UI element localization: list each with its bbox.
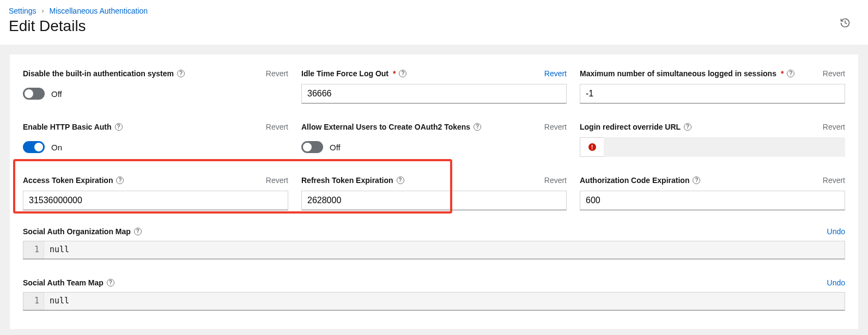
settings-card: Disable the built-in authentication syst… xyxy=(10,54,858,329)
login-redirect-input[interactable]: ! xyxy=(580,137,845,157)
field-label: Idle Time Force Log Out xyxy=(301,69,389,78)
field-label: Access Token Expiration xyxy=(23,176,113,185)
max-sessions-input[interactable] xyxy=(580,84,845,103)
field-org-map: Social Auth Organization Map ? Undo 1 nu… xyxy=(23,226,845,259)
revert-button[interactable]: Revert xyxy=(544,123,567,131)
access-token-input[interactable] xyxy=(23,191,288,210)
revert-button[interactable]: Revert xyxy=(544,176,567,185)
field-label: Social Auth Organization Map xyxy=(23,227,131,236)
revert-button[interactable]: Revert xyxy=(266,176,288,185)
field-label: Authorization Code Expiration xyxy=(580,176,689,185)
field-access-token: Access Token Expiration ? Revert xyxy=(23,174,288,210)
field-label: Refresh Token Expiration xyxy=(301,176,393,185)
help-icon[interactable]: ? xyxy=(684,123,691,131)
help-icon[interactable]: ? xyxy=(116,176,124,184)
warning-icon: ! xyxy=(588,143,596,151)
field-label: Social Auth Team Map xyxy=(23,278,104,287)
help-icon[interactable]: ? xyxy=(787,70,794,77)
revert-button[interactable]: Revert xyxy=(266,69,288,78)
page-title: Edit Details xyxy=(9,17,859,35)
field-auth-code: Authorization Code Expiration ? Revert xyxy=(580,174,845,210)
revert-button[interactable]: Revert xyxy=(823,69,845,78)
undo-button[interactable]: Undo xyxy=(827,227,845,236)
toggle-disable-auth[interactable] xyxy=(23,88,45,100)
toggle-state: On xyxy=(51,143,62,152)
help-icon[interactable]: ? xyxy=(397,176,404,184)
help-icon[interactable]: ? xyxy=(107,279,114,287)
required-icon: * xyxy=(393,69,396,78)
refresh-token-input[interactable] xyxy=(301,191,567,210)
team-map-editor[interactable]: 1 null xyxy=(23,292,845,310)
code-body[interactable]: null xyxy=(44,241,845,259)
field-max-sessions: Maximum number of simultaneous logged in… xyxy=(580,68,845,103)
field-label: Enable HTTP Basic Auth xyxy=(23,123,112,131)
field-label: Disable the built-in authentication syst… xyxy=(23,69,174,78)
required-icon: * xyxy=(781,69,784,78)
breadcrumb-settings[interactable]: Settings xyxy=(9,7,37,15)
breadcrumb: Settings › Miscellaneous Authentication xyxy=(9,7,859,15)
history-icon xyxy=(840,17,851,28)
field-disable-builtin-auth: Disable the built-in authentication syst… xyxy=(23,68,288,103)
field-team-map: Social Auth Team Map ? Undo 1 null xyxy=(23,277,845,310)
field-label: Login redirect override URL xyxy=(580,123,681,131)
field-label: Maximum number of simultaneous logged in… xyxy=(580,69,776,78)
revert-button[interactable]: Revert xyxy=(266,123,288,131)
revert-button[interactable]: Revert xyxy=(823,123,845,131)
help-icon[interactable]: ? xyxy=(399,70,406,77)
revert-button[interactable]: Revert xyxy=(544,69,567,78)
toggle-allow-external[interactable] xyxy=(301,141,323,153)
toggle-state: Off xyxy=(330,143,341,152)
revert-button[interactable]: Revert xyxy=(823,176,845,185)
field-allow-external: Allow External Users to Create OAuth2 To… xyxy=(301,121,567,157)
field-idle-time: Idle Time Force Log Out * ? Revert xyxy=(301,68,567,103)
page-header: Settings › Miscellaneous Authentication … xyxy=(0,0,868,45)
field-label: Allow External Users to Create OAuth2 To… xyxy=(301,123,470,131)
code-gutter: 1 xyxy=(23,241,44,259)
history-button[interactable] xyxy=(839,16,852,29)
help-icon[interactable]: ? xyxy=(115,123,123,131)
toggle-state: Off xyxy=(51,89,62,99)
field-refresh-token: Refresh Token Expiration ? Revert xyxy=(301,174,567,210)
help-icon[interactable]: ? xyxy=(474,123,481,131)
breadcrumb-misc-auth[interactable]: Miscellaneous Authentication xyxy=(50,7,148,15)
org-map-editor[interactable]: 1 null xyxy=(23,241,845,259)
field-http-basic: Enable HTTP Basic Auth ? Revert On xyxy=(23,121,288,157)
auth-code-input[interactable] xyxy=(580,191,845,210)
idle-time-input[interactable] xyxy=(301,84,567,103)
code-gutter: 1 xyxy=(23,293,44,310)
field-login-redirect: Login redirect override URL ? Revert ! xyxy=(580,121,845,157)
help-icon[interactable]: ? xyxy=(134,228,142,235)
chevron-right-icon: › xyxy=(42,7,44,15)
help-icon[interactable]: ? xyxy=(693,176,700,184)
undo-button[interactable]: Undo xyxy=(827,278,845,287)
code-body[interactable]: null xyxy=(44,293,845,310)
help-icon[interactable]: ? xyxy=(177,70,185,77)
toggle-http-basic[interactable] xyxy=(23,141,45,153)
